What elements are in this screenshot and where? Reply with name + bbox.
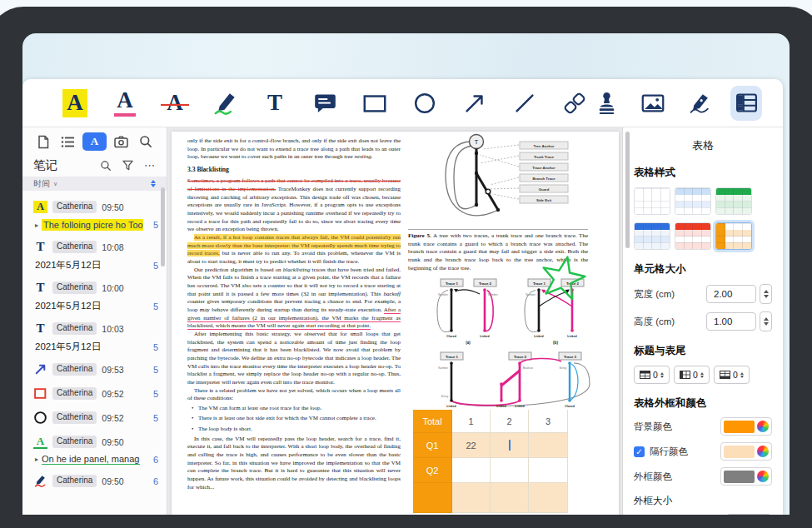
border-color-picker[interactable] (720, 467, 772, 486)
table-cell[interactable] (452, 483, 491, 513)
text-tool[interactable]: T (259, 86, 291, 121)
author-badge: Catherina (52, 475, 97, 487)
svg-text:Linked: Linked (480, 335, 489, 338)
svg-text:Trace 1: Trace 1 (446, 281, 459, 286)
table-cell[interactable]: Total (413, 410, 452, 433)
table-cell[interactable] (491, 483, 529, 513)
table-tool[interactable] (730, 86, 762, 121)
tab-document[interactable] (33, 132, 53, 151)
background-color-picker[interactable] (720, 417, 772, 436)
more-options-icon[interactable]: ⋯ (144, 160, 156, 171)
table-cell[interactable] (529, 458, 568, 483)
table-cell[interactable] (413, 483, 452, 513)
underline-tool[interactable]: A (109, 86, 141, 121)
table-cell[interactable]: Q2 (413, 458, 452, 483)
disclosure-triangle-icon[interactable]: ▸ (35, 456, 38, 463)
alternating-color-picker[interactable] (720, 442, 772, 461)
footer-rows-stepper[interactable]: 0 (714, 366, 750, 384)
tab-outline-list[interactable] (58, 132, 78, 151)
green-star-ink-annotation[interactable] (538, 253, 588, 303)
cell-width-stepper[interactable] (760, 284, 772, 304)
table-style-red-header[interactable] (675, 222, 711, 250)
table-cell[interactable]: 3 (529, 410, 568, 433)
sort-direction-icon[interactable] (151, 180, 156, 187)
toolbar-left-group: A A A T (59, 86, 590, 121)
ink-pen-tool[interactable] (209, 86, 241, 121)
table-style-blue-striped[interactable] (675, 187, 711, 215)
note-item[interactable]: Catherina09:535 (33, 361, 158, 377)
stamp-tool[interactable] (590, 86, 622, 121)
cell-height-input[interactable] (706, 312, 756, 331)
note-item[interactable]: ACatherina09:50▸The folloing picre ho To… (33, 199, 158, 231)
tab-camera[interactable] (112, 132, 132, 151)
note-item[interactable]: TCatherina10:032021年5月12日5 (33, 321, 158, 353)
arrow-tool[interactable] (459, 86, 491, 121)
tablet-screen: A A A T (22, 33, 790, 515)
line-tool[interactable] (509, 86, 541, 121)
disclosure-triangle-icon[interactable]: ▸ (35, 222, 38, 229)
note-item[interactable]: ACatherina09:50▸On he ide panel, manage … (33, 434, 158, 465)
border-size-dropdown[interactable]: 3 pt ∨ (725, 514, 772, 515)
table-cell[interactable]: 1 (452, 410, 491, 433)
author-badge: Catherina (52, 363, 97, 376)
header-rows-stepper[interactable]: 0 (634, 366, 670, 384)
cell-width-input[interactable] (706, 285, 756, 303)
table-cell[interactable] (452, 458, 491, 483)
sort-bar[interactable]: 时间 ∨ (22, 177, 167, 191)
note-item[interactable]: TCatherina10:082021年5月12日5 (33, 239, 158, 271)
table-style-blue-header[interactable] (634, 222, 670, 250)
note-page-number: 6 (153, 476, 158, 486)
note-item[interactable]: TCatherina10:002021年5月12日5 (33, 280, 158, 312)
signature-tool[interactable] (684, 86, 715, 121)
svg-text:(b): (b) (553, 341, 558, 345)
header-columns-stepper[interactable]: 0 (674, 366, 710, 384)
table-style-orange-first-column[interactable] (715, 222, 752, 250)
alternating-color-checkbox[interactable]: ✓ (634, 446, 645, 457)
note-time: 10:00 (102, 283, 123, 293)
table-cell[interactable] (529, 483, 568, 513)
table-cell[interactable] (529, 433, 568, 458)
highlight-tool[interactable]: A (59, 86, 91, 121)
table-cell[interactable]: 2 (491, 410, 529, 433)
note-item[interactable]: Catherina09:506 (33, 473, 158, 489)
header-columns-icon (680, 371, 690, 379)
stamp-icon (594, 90, 620, 116)
table-row (413, 483, 568, 513)
rectangle-tool[interactable] (359, 86, 391, 121)
table-style-plain[interactable] (634, 187, 670, 215)
search-icon (139, 135, 152, 148)
cell-size-title: 单元格大小 (634, 262, 772, 276)
note-page-number: 5 (153, 220, 158, 230)
svg-text:Side Exit: Side Exit (536, 198, 552, 202)
table-cell[interactable] (491, 458, 529, 483)
table-style-green-header[interactable] (715, 187, 752, 215)
tab-annotations[interactable]: A (82, 132, 107, 151)
panel-scrollbar[interactable] (625, 132, 630, 248)
tab-search[interactable] (136, 132, 156, 151)
note-item[interactable]: Catherina09:525 (33, 410, 158, 426)
note-item[interactable]: Catherina09:525 (33, 386, 158, 401)
background-color-label: 背景颜色 (634, 421, 672, 433)
note-meta: TCatherina10:03 (33, 321, 158, 336)
table-cell[interactable]: Q1 (413, 433, 452, 458)
color-wheel-icon (757, 446, 769, 457)
highlight-note-icon: A (33, 201, 47, 213)
notes-title: 笔记 (33, 157, 57, 173)
alternating-color-row: ✓ 隔行颜色 (634, 442, 772, 461)
annotation-table[interactable]: Total123Q122Q2 (413, 410, 568, 513)
comment-tool[interactable] (309, 86, 341, 121)
table-cell[interactable] (491, 433, 529, 458)
cell-height-stepper[interactable] (760, 311, 772, 331)
filter-funnel-icon[interactable] (122, 160, 133, 171)
link-tool[interactable] (559, 86, 590, 121)
ellipse-tool[interactable] (409, 86, 441, 121)
table-row: Q122 (413, 433, 568, 458)
table-cell[interactable]: 22 (452, 433, 491, 458)
doc-right-column: T (411, 133, 635, 414)
image-tool[interactable] (637, 86, 669, 121)
notes-search-icon[interactable] (100, 160, 112, 172)
figure5-tree-diagram: T (436, 133, 582, 227)
strikethrough-tool[interactable]: A (159, 86, 191, 121)
pdf-page[interactable]: only if the side exit is for a control-f… (172, 132, 619, 515)
sidebar-scrollbar[interactable] (161, 187, 165, 266)
